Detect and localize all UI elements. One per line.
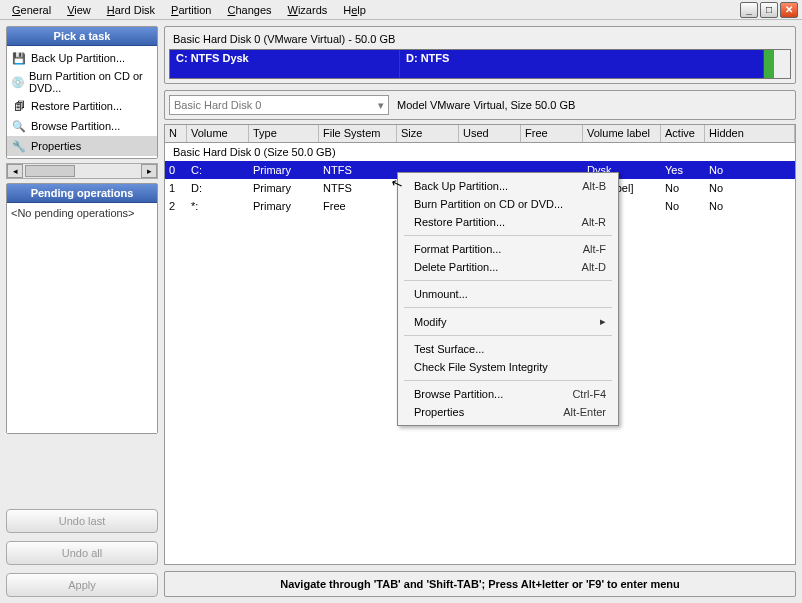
ctx-unmount[interactable]: Unmount... — [398, 285, 618, 303]
task-panel: Pick a task 💾Back Up Partition...💿Burn P… — [6, 26, 158, 159]
menu-partition[interactable]: Partition — [163, 2, 219, 18]
col-vlabel[interactable]: Volume label — [583, 125, 661, 142]
cd-icon: 💿 — [11, 74, 25, 90]
ctx-separator — [404, 235, 612, 236]
partition-context-menu: Back Up Partition...Alt-BBurn Partition … — [397, 172, 619, 426]
save-icon: 💾 — [11, 50, 27, 66]
close-button[interactable]: ✕ — [780, 2, 798, 18]
col-hidden[interactable]: Hidden — [705, 125, 795, 142]
maximize-button[interactable]: □ — [760, 2, 778, 18]
scroll-thumb[interactable] — [25, 165, 75, 177]
window-controls: _ □ ✕ — [740, 2, 798, 18]
undo-all-button[interactable]: Undo all — [6, 541, 158, 565]
task-item-cd[interactable]: 💿Burn Partition on CD or DVD... — [7, 68, 157, 96]
disk-graph[interactable]: C: NTFS DyskD: NTFS — [169, 49, 791, 79]
disk-toolbar: Basic Hard Disk 0 Model VMware Virtual, … — [164, 90, 796, 120]
disk-model-text: Model VMware Virtual, Size 50.0 GB — [397, 99, 575, 111]
apply-button[interactable]: Apply — [6, 573, 158, 597]
browse-icon: 🔍 — [11, 118, 27, 134]
ctx-format-partition[interactable]: Format Partition...Alt-F — [398, 240, 618, 258]
col-active[interactable]: Active — [661, 125, 705, 142]
ctx-restore-partition[interactable]: Restore Partition...Alt-R — [398, 213, 618, 231]
restore-icon: 🗐 — [11, 98, 27, 114]
menu-harddisk[interactable]: Hard Disk — [99, 2, 163, 18]
ctx-delete-partition[interactable]: Delete Partition...Alt-D — [398, 258, 618, 276]
task-item-browse[interactable]: 🔍Browse Partition... — [7, 116, 157, 136]
col-volume[interactable]: Volume — [187, 125, 249, 142]
menubar: General View Hard Disk Partition Changes… — [0, 0, 802, 20]
ctx-back-up-partition[interactable]: Back Up Partition...Alt-B — [398, 177, 618, 195]
menu-changes[interactable]: Changes — [219, 2, 279, 18]
free-space-tail[interactable] — [764, 50, 774, 78]
col-fs[interactable]: File System — [319, 125, 397, 142]
menu-general[interactable]: General — [4, 2, 59, 18]
ctx-separator — [404, 307, 612, 308]
col-type[interactable]: Type — [249, 125, 319, 142]
task-item-props[interactable]: 🔧Properties — [7, 136, 157, 156]
ctx-separator — [404, 335, 612, 336]
menu-help[interactable]: Help — [335, 2, 374, 18]
task-label: Burn Partition on CD or DVD... — [29, 70, 153, 94]
status-bar: Navigate through 'TAB' and 'Shift-TAB'; … — [164, 571, 796, 597]
scroll-right-icon[interactable]: ▸ — [141, 164, 157, 178]
task-label: Restore Partition... — [31, 100, 122, 112]
ctx-burn-partition-on-cd-or-dvd[interactable]: Burn Partition on CD or DVD... — [398, 195, 618, 213]
col-size[interactable]: Size — [397, 125, 459, 142]
pending-body: <No pending operations> — [7, 203, 157, 433]
minimize-button[interactable]: _ — [740, 2, 758, 18]
ctx-browse-partition[interactable]: Browse Partition...Ctrl-F4 — [398, 385, 618, 403]
props-icon: 🔧 — [11, 138, 27, 154]
task-label: Back Up Partition... — [31, 52, 125, 64]
scroll-left-icon[interactable]: ◂ — [7, 164, 23, 178]
task-item-restore[interactable]: 🗐Restore Partition... — [7, 96, 157, 116]
partition-block[interactable]: D: NTFS — [400, 50, 764, 78]
ctx-separator — [404, 380, 612, 381]
disk-bar-title: Basic Hard Disk 0 (VMware Virtual) - 50.… — [169, 31, 791, 47]
task-hscroll[interactable]: ◂ ▸ — [6, 163, 158, 179]
disk-bar: Basic Hard Disk 0 (VMware Virtual) - 50.… — [164, 26, 796, 84]
grid-header: N Volume Type File System Size Used Free… — [165, 125, 795, 143]
ctx-properties[interactable]: PropertiesAlt-Enter — [398, 403, 618, 421]
menu-wizards[interactable]: Wizards — [280, 2, 336, 18]
pending-panel-header: Pending operations — [7, 184, 157, 203]
task-panel-header: Pick a task — [7, 27, 157, 46]
ctx-separator — [404, 280, 612, 281]
ctx-modify[interactable]: Modify▸ — [398, 312, 618, 331]
disk-select[interactable]: Basic Hard Disk 0 — [169, 95, 389, 115]
ctx-check-file-system-integrity[interactable]: Check File System Integrity — [398, 358, 618, 376]
grid-group-row[interactable]: Basic Hard Disk 0 (Size 50.0 GB) — [165, 143, 795, 161]
col-free[interactable]: Free — [521, 125, 583, 142]
pending-panel: Pending operations <No pending operation… — [6, 183, 158, 434]
ctx-test-surface[interactable]: Test Surface... — [398, 340, 618, 358]
undo-last-button[interactable]: Undo last — [6, 509, 158, 533]
disk-select-value: Basic Hard Disk 0 — [174, 99, 261, 111]
task-label: Properties — [31, 140, 81, 152]
col-used[interactable]: Used — [459, 125, 521, 142]
partition-block[interactable]: C: NTFS Dysk — [170, 50, 400, 78]
menu-view[interactable]: View — [59, 2, 99, 18]
task-item-save[interactable]: 💾Back Up Partition... — [7, 48, 157, 68]
task-label: Browse Partition... — [31, 120, 120, 132]
col-n[interactable]: N — [165, 125, 187, 142]
